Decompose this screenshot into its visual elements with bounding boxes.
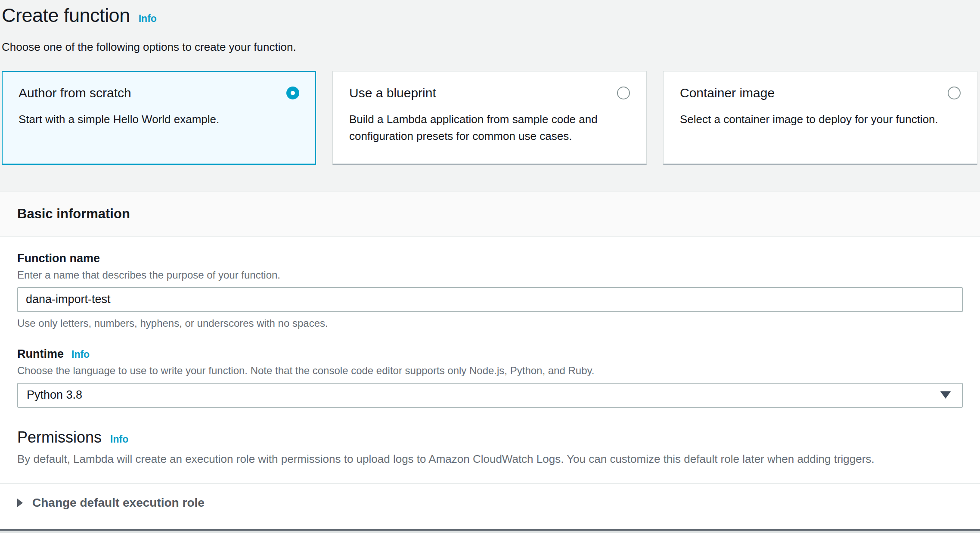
radio-unselected-icon[interactable]	[948, 87, 961, 99]
runtime-help: Choose the language to use to write your…	[17, 365, 963, 377]
change-default-execution-role-expander[interactable]: Change default execution role	[0, 483, 980, 522]
card-title: Container image	[680, 85, 775, 101]
chevron-down-icon	[940, 391, 951, 399]
runtime-field: Runtime Info Choose the language to use …	[17, 347, 963, 408]
card-container-image[interactable]: Container image Select a container image…	[663, 71, 977, 165]
radio-unselected-icon[interactable]	[617, 87, 630, 99]
permissions-description: By default, Lambda will create an execut…	[17, 452, 963, 466]
card-head: Author from scratch	[19, 85, 299, 101]
function-name-label: Function name	[17, 252, 100, 265]
page-title: Create function	[2, 4, 130, 27]
create-function-header-section: Create function Info Choose one of the f…	[0, 0, 980, 191]
page-subtitle: Choose one of the following options to c…	[2, 40, 977, 54]
permissions-info-link[interactable]: Info	[110, 434, 128, 445]
expander-label: Change default execution role	[32, 496, 205, 510]
function-name-help: Enter a name that describes the purpose …	[17, 269, 963, 281]
card-description: Select a container image to deploy for y…	[680, 111, 955, 128]
page-title-row: Create function Info	[2, 4, 977, 27]
permissions-title: Permissions	[17, 428, 102, 446]
function-name-field: Function name Enter a name that describe…	[17, 252, 963, 329]
card-author-from-scratch[interactable]: Author from scratch Start with a simple …	[2, 71, 316, 165]
runtime-selected-option: Python 3.8	[27, 388, 82, 402]
card-title: Author from scratch	[19, 85, 131, 101]
creation-options-row: Author from scratch Start with a simple …	[2, 71, 977, 165]
card-description: Start with a simple Hello World example.	[19, 111, 294, 128]
function-name-input[interactable]	[17, 287, 963, 312]
basic-information-section-body: Function name Enter a name that describe…	[0, 237, 980, 466]
card-description: Build a Lambda application from sample c…	[349, 111, 625, 145]
card-use-a-blueprint[interactable]: Use a blueprint Build a Lambda applicati…	[332, 71, 647, 165]
card-head: Use a blueprint	[349, 85, 630, 101]
radio-selected-icon[interactable]	[286, 87, 299, 99]
page-title-info-link[interactable]: Info	[139, 13, 157, 25]
runtime-label: Runtime	[17, 347, 64, 361]
basic-information-section-header: Basic information	[0, 191, 980, 237]
bottom-edge	[0, 531, 980, 533]
runtime-select[interactable]: Python 3.8	[17, 383, 963, 408]
function-name-constraint: Use only letters, numbers, hyphens, or u…	[17, 317, 963, 329]
runtime-info-link[interactable]: Info	[71, 349, 90, 360]
permissions-section: Permissions Info By default, Lambda will…	[17, 428, 963, 466]
card-title: Use a blueprint	[349, 85, 436, 101]
card-head: Container image	[680, 85, 961, 101]
triangle-right-icon	[17, 499, 23, 507]
